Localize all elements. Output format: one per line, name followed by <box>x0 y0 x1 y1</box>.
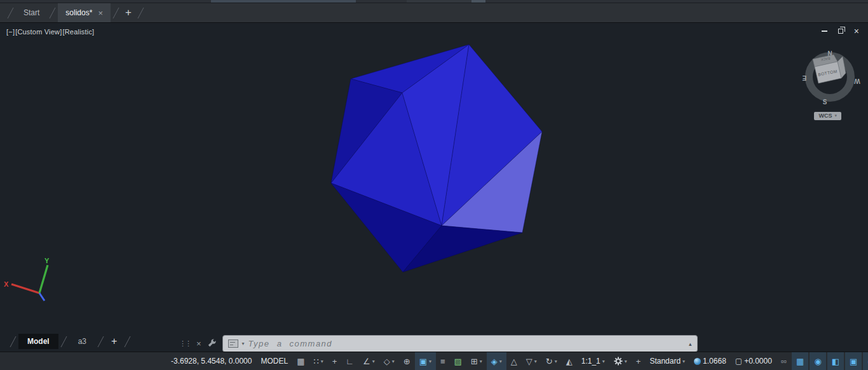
annotation-monitor-icon: + <box>636 357 641 366</box>
lineweight-toggle[interactable]: ≡ <box>436 352 450 370</box>
chevron-down-icon: ▾ <box>625 359 627 364</box>
lineweight-icon: ≡ <box>440 357 445 366</box>
layout-tab-model[interactable]: Model <box>18 334 58 349</box>
viewport-view-control[interactable]: [Custom View] <box>15 28 62 36</box>
snap-toggle[interactable]: ∷ ▾ <box>309 352 327 370</box>
file-tab-solidos[interactable]: solidos* × <box>58 3 111 22</box>
tab-separator <box>98 336 104 347</box>
tab-separator <box>50 8 56 18</box>
grid-toggle[interactable]: ▦ <box>292 352 309 370</box>
hardware-acceleration-icon: ◉ <box>814 357 821 366</box>
ucs-y-axis <box>39 265 48 293</box>
graphics-performance-icon: ▦ <box>796 357 804 366</box>
selection-filtering-toggle[interactable]: ▽ ▾ <box>522 352 541 370</box>
viewcube[interactable]: N S E W BOTTOM BACK <box>797 43 863 111</box>
render-quality-toggle[interactable]: ◧ <box>827 352 844 370</box>
graphics-performance-toggle[interactable]: ▦ <box>792 352 808 370</box>
drawing-coordinates[interactable]: -3.6928, 5.4548, 0.0000 <box>166 352 256 370</box>
selection-filtering-icon: ▽ <box>526 357 532 366</box>
osnap-tracking-toggle[interactable]: ⊕ <box>399 352 415 370</box>
gizmo-toggle[interactable]: ↻ ▾ <box>541 352 562 370</box>
isometric-drafting-toggle[interactable]: ◇ ▾ <box>379 352 399 370</box>
status-value-2-text: +0.0000 <box>744 357 772 366</box>
file-tab-start-label: Start <box>24 8 39 17</box>
workspace-switching-dropdown[interactable]: ▾ <box>609 352 632 370</box>
dynamic-ucs-toggle[interactable]: △ <box>506 352 522 370</box>
isometric-drafting-icon: ◇ <box>384 357 390 366</box>
tab-separator <box>7 8 13 18</box>
polar-tracking-toggle[interactable]: ∠ ▾ <box>358 352 379 370</box>
minimize-icon[interactable] <box>822 31 827 32</box>
viewport-visual-style-control[interactable]: [Realistic] <box>62 28 94 36</box>
viewport-collapse-control[interactable]: [−] <box>6 28 15 36</box>
close-icon[interactable]: × <box>854 28 859 34</box>
compass-east-label[interactable]: E <box>802 75 806 82</box>
compass-west-label[interactable]: W <box>854 78 860 85</box>
new-layout-button[interactable]: + <box>106 336 122 347</box>
model-space-toggle[interactable]: MODEL <box>256 352 292 370</box>
status-value-1[interactable]: 1.0668 <box>689 352 731 370</box>
cube-icon: ▢ <box>735 357 742 366</box>
grid-icon: ▦ <box>297 357 304 366</box>
command-input[interactable] <box>248 339 685 348</box>
3d-solid-icosahedron[interactable] <box>0 24 868 352</box>
chevron-down-icon: ▾ <box>602 359 605 364</box>
annotation-monitor-toggle[interactable]: + <box>632 352 646 370</box>
layout-tab-bar: Model a3 + <box>0 332 133 350</box>
snap-icon: ∷ <box>313 357 318 366</box>
palette-grip-handle[interactable]: ⋮⋮ <box>179 339 191 348</box>
close-tab-icon[interactable]: × <box>98 9 103 17</box>
chevron-down-icon: ▾ <box>534 359 537 364</box>
isolate-objects-toggle[interactable]: ▫▫ <box>776 352 791 370</box>
ortho-toggle[interactable]: ∟ <box>341 352 358 370</box>
command-input-bar[interactable]: ▾ ▴ <box>222 335 698 352</box>
3d-osnap-toggle[interactable]: ◈ ▾ <box>487 352 506 370</box>
clean-screen-toggle[interactable]: ◎ <box>863 352 868 370</box>
restore-icon[interactable] <box>838 29 843 34</box>
chevron-down-icon: ▾ <box>834 113 837 118</box>
status-value-2[interactable]: ▢ +0.0000 <box>731 352 776 370</box>
chevron-down-icon: ▾ <box>392 359 395 364</box>
command-history-toggle[interactable]: ▴ <box>689 341 692 347</box>
command-prompt-icon[interactable] <box>228 339 238 348</box>
model-viewport[interactable]: [−][Custom View][Realistic] × N S E W BO… <box>0 24 868 352</box>
isolate-objects-icon: ▫▫ <box>781 357 787 366</box>
annotation-visibility-toggle[interactable]: ◭ <box>562 352 577 370</box>
chevron-down-icon[interactable]: ▾ <box>242 341 245 346</box>
capture-toggle[interactable]: ▣ <box>845 352 862 370</box>
object-snap-toggle[interactable]: ▣ ▾ <box>415 352 436 370</box>
annotation-scale-value: 1:1_1 <box>581 357 600 366</box>
wcs-dropdown[interactable]: WCS ▾ <box>814 112 841 120</box>
selection-cycling-toggle[interactable]: ⊞ ▾ <box>466 352 487 370</box>
wcs-label: WCS <box>818 113 832 119</box>
compass-south-label[interactable]: S <box>823 99 827 106</box>
viewport-controls: [−][Custom View][Realistic] <box>6 28 95 36</box>
file-tab-start[interactable]: Start <box>16 3 47 22</box>
file-tab-bar: Start solidos* × + <box>0 3 868 23</box>
close-palette-icon[interactable]: × <box>196 339 201 348</box>
coordinates-value: -3.6928, 5.4548, 0.0000 <box>171 357 252 366</box>
hardware-acceleration-toggle[interactable]: ◉ <box>810 352 825 370</box>
tab-separator <box>125 336 131 347</box>
dynamic-input-toggle[interactable]: + <box>328 352 342 370</box>
chevron-down-icon: ▾ <box>321 359 323 364</box>
polar-tracking-icon: ∠ <box>363 357 370 366</box>
model-space-label: MODEL <box>261 357 288 366</box>
drawing-window-controls: × <box>822 28 859 34</box>
standard-label: Standard <box>649 357 681 366</box>
standard-dropdown[interactable]: Standard ▾ <box>645 352 689 370</box>
wrench-icon[interactable] <box>207 339 217 348</box>
autocad-window: Start solidos* × + [−][Cu <box>0 0 868 370</box>
annotation-scale-dropdown[interactable]: 1:1_1 ▾ <box>577 352 609 370</box>
3d-osnap-icon: ◈ <box>491 357 498 366</box>
sphere-icon <box>694 358 701 365</box>
transparency-toggle[interactable]: ▨ <box>450 352 466 370</box>
status-icon-cluster: ▦ ◉ ◧ ▣ ◎ ≡ <box>791 352 868 370</box>
file-tab-solidos-label: solidos* <box>65 8 92 17</box>
ucs-x-label: X <box>4 280 9 288</box>
layout-tab-a3[interactable]: a3 <box>69 334 95 349</box>
new-tab-button[interactable]: + <box>121 6 135 19</box>
dynamic-input-icon: + <box>332 357 337 366</box>
annotation-visibility-icon: ◭ <box>566 357 573 366</box>
ucs-y-label: Y <box>44 257 50 264</box>
